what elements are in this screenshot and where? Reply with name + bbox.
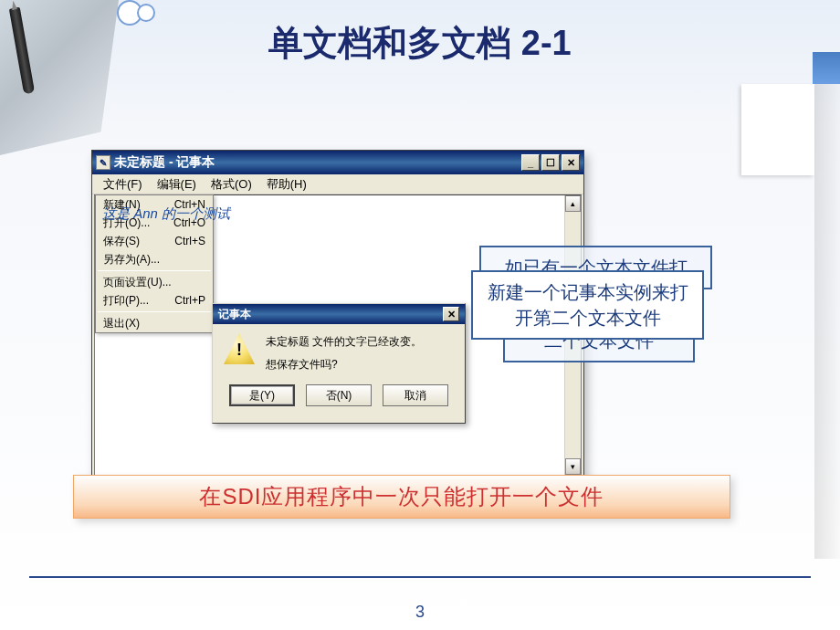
menu-item-save[interactable]: 保存(S) Ctrl+S: [96, 232, 213, 250]
menu-item-exit[interactable]: 退出(X): [96, 314, 213, 332]
menu-separator: [98, 270, 211, 271]
bottom-summary-text: 在SDI应用程序中一次只能打开一个文件: [199, 482, 604, 511]
minimize-button[interactable]: _: [521, 154, 540, 171]
dialog-close-button[interactable]: ✕: [443, 307, 459, 321]
yes-button[interactable]: 是(Y): [229, 384, 295, 406]
menu-help[interactable]: 帮助(H): [259, 174, 314, 194]
menu-file[interactable]: 文件(F): [96, 174, 150, 194]
window-buttons: _ ☐ ✕: [521, 154, 580, 171]
bottom-summary-bar: 在SDI应用程序中一次只能打开一个文件: [73, 475, 730, 519]
menu-item-saveas[interactable]: 另存为(A)...: [96, 250, 213, 268]
notepad-title-text: 未定标题 - 记事本: [114, 154, 521, 171]
maximize-button[interactable]: ☐: [541, 154, 560, 171]
decorative-card: [741, 84, 814, 175]
footer-divider: [29, 576, 811, 578]
scroll-down-button[interactable]: ▾: [565, 458, 581, 475]
notepad-icon: ✎: [96, 155, 110, 170]
menu-separator: [98, 311, 211, 312]
notepad-titlebar[interactable]: ✎ 未定标题 - 记事本 _ ☐ ✕: [92, 151, 583, 174]
decorative-blue-tab: [813, 52, 840, 84]
dialog-line2: 想保存文件吗?: [266, 356, 422, 373]
slide-title: 单文档和多文档 2-1: [0, 20, 840, 67]
dialog-message: 未定标题 文件的文字已经改变。 想保存文件吗?: [266, 333, 422, 373]
menu-format[interactable]: 格式(O): [204, 174, 259, 194]
dialog-body: 未定标题 文件的文字已经改变。 想保存文件吗?: [213, 324, 465, 381]
no-button[interactable]: 否(N): [306, 384, 372, 406]
warning-icon: [224, 333, 255, 364]
menu-item-print[interactable]: 打印(P)... Ctrl+P: [96, 291, 213, 310]
dialog-line1: 未定标题 文件的文字已经改变。: [266, 333, 422, 351]
menu-item-pagesetup[interactable]: 页面设置(U)...: [96, 273, 213, 291]
cancel-button[interactable]: 取消: [383, 384, 448, 406]
decorative-bubbles: [117, 0, 172, 22]
menu-edit[interactable]: 编辑(E): [150, 174, 204, 194]
dialog-title-text: 记事本: [218, 307, 443, 322]
save-confirm-dialog: 记事本 ✕ 未定标题 文件的文字已经改变。 想保存文件吗? 是(Y) 否(N) …: [212, 303, 466, 424]
dialog-buttons: 是(Y) 否(N) 取消: [213, 381, 465, 415]
dialog-titlebar[interactable]: 记事本 ✕: [213, 304, 465, 324]
scroll-up-button[interactable]: ▴: [565, 195, 581, 212]
overlay-test-text: 这是 Ann 的一个测试: [102, 205, 230, 223]
notepad-menubar: 文件(F) 编辑(E) 格式(O) 帮助(H): [92, 174, 583, 194]
close-button[interactable]: ✕: [562, 154, 580, 171]
page-number: 3: [0, 603, 840, 622]
callout-text-2: 新建一个记事本实例来打开第二个文本文件: [471, 270, 704, 340]
decorative-shadow: [814, 84, 840, 559]
